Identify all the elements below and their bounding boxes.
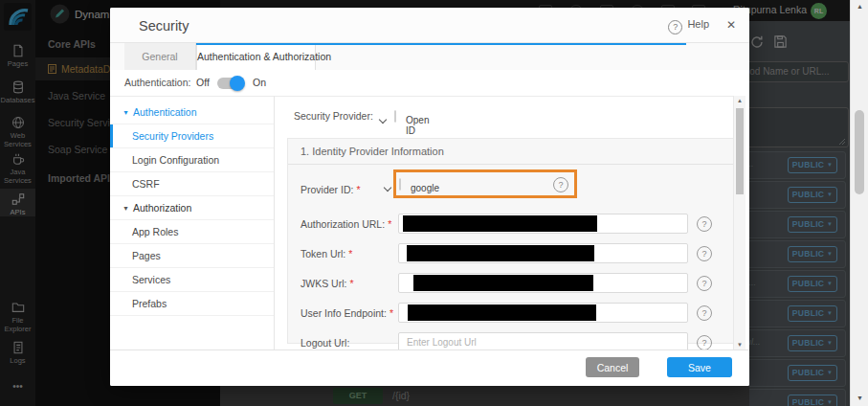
help-icon[interactable]: ? bbox=[697, 276, 712, 291]
dialog-side-nav: ▼Authentication Security Providers Login… bbox=[110, 96, 275, 350]
dialog-header: Security ?Help ✕ bbox=[110, 8, 749, 43]
help-icon[interactable]: ? bbox=[697, 305, 712, 321]
scroll-up-icon[interactable]: ▲ bbox=[734, 98, 746, 103]
jwks-url-row: JWKS Url:* ? bbox=[288, 273, 733, 303]
toggle-on-label: On bbox=[253, 77, 266, 88]
authorization-url-row: Authorization URL:* ? bbox=[288, 214, 733, 243]
help-icon: ? bbox=[668, 20, 682, 34]
jwks-url-input[interactable] bbox=[398, 273, 688, 293]
authentication-label: Authentication: bbox=[124, 77, 190, 88]
authentication-toggle[interactable] bbox=[217, 78, 243, 89]
nav-item-pages[interactable]: Pages bbox=[110, 244, 274, 268]
redacted-value bbox=[403, 215, 597, 232]
dialog-scrollbar[interactable]: ▲ ▼ bbox=[733, 96, 746, 350]
page-scrollbar[interactable]: ▲ ▼ bbox=[850, 0, 868, 406]
field-label: Provider ID:* bbox=[300, 184, 361, 195]
redacted-value bbox=[413, 275, 593, 291]
security-provider-select[interactable]: Open ID bbox=[394, 110, 396, 123]
nav-item-prefabs[interactable]: Prefabs bbox=[110, 292, 274, 316]
nav-item-csrf[interactable]: CSRF bbox=[110, 172, 274, 196]
scroll-up-icon[interactable]: ▲ bbox=[851, 3, 868, 10]
nav-group-authorization[interactable]: ▼Authorization bbox=[110, 196, 274, 220]
close-icon[interactable]: ✕ bbox=[726, 18, 736, 32]
field-label: Authorization URL:* bbox=[300, 218, 391, 230]
user-info-endpoint-input[interactable] bbox=[398, 303, 688, 323]
user-info-endpoint-row: User Info Endpoint:* ? bbox=[288, 303, 733, 332]
scrollbar-thumb[interactable] bbox=[736, 108, 744, 194]
scroll-down-icon[interactable]: ▼ bbox=[851, 395, 868, 401]
nav-item-security-providers[interactable]: Security Providers bbox=[110, 124, 274, 148]
highlight-box: google ? bbox=[393, 169, 577, 198]
help-button[interactable]: ?Help bbox=[668, 18, 709, 34]
nav-group-authentication[interactable]: ▼Authentication bbox=[110, 101, 274, 124]
tab-authentication-authorization[interactable]: Authentication & Authorization bbox=[196, 45, 316, 70]
triangle-down-icon: ▼ bbox=[122, 109, 129, 116]
help-icon[interactable]: ? bbox=[697, 246, 712, 261]
required-asterisk: * bbox=[356, 184, 360, 195]
security-dialog: Security ?Help ✕ General Authentication … bbox=[110, 8, 749, 386]
tab-general[interactable]: General bbox=[124, 43, 196, 70]
dialog-tabbar: General Authentication & Authorization bbox=[110, 43, 749, 70]
help-icon[interactable]: ? bbox=[697, 216, 712, 232]
nav-item-services[interactable]: Services bbox=[110, 268, 274, 292]
identity-provider-section: 1. Identity Provider Information Provide… bbox=[287, 138, 733, 344]
dialog-footer: Cancel Save bbox=[110, 350, 749, 386]
nav-item-login-configuration[interactable]: Login Configuration bbox=[110, 148, 274, 172]
input-placeholder: Enter Logout Url bbox=[407, 337, 477, 348]
redacted-value bbox=[408, 304, 596, 321]
dialog-title: Security bbox=[139, 18, 189, 34]
security-provider-label: Security Provider: bbox=[294, 110, 373, 122]
field-label: Token Url:* bbox=[300, 248, 352, 259]
field-label: JWKS Url:* bbox=[300, 278, 354, 289]
logout-url-input[interactable]: Enter Logout Url bbox=[398, 332, 688, 350]
save-button[interactable]: Save bbox=[667, 357, 732, 377]
help-icon[interactable]: ? bbox=[697, 335, 712, 350]
field-label: User Info Endpoint:* bbox=[300, 307, 393, 319]
field-label: Logout Url: bbox=[300, 337, 349, 349]
nav-item-app-roles[interactable]: App Roles bbox=[110, 220, 274, 244]
cancel-button[interactable]: Cancel bbox=[586, 357, 639, 377]
redacted-value bbox=[407, 245, 594, 261]
triangle-down-icon: ▼ bbox=[122, 205, 129, 212]
screen: Pages Databases Web Services Java Servic… bbox=[0, 0, 868, 406]
toggle-knob bbox=[230, 76, 245, 91]
authorization-url-input[interactable] bbox=[398, 214, 688, 234]
security-provider-row: Security Provider: Open ID bbox=[275, 106, 733, 129]
provider-form: Security Provider: Open ID 1. Identity P… bbox=[275, 96, 733, 350]
scrollbar-thumb[interactable] bbox=[855, 110, 864, 194]
chevron-down-icon bbox=[384, 184, 391, 192]
authentication-toggle-row: Authentication: Off On bbox=[110, 70, 749, 96]
provider-id-select[interactable]: google bbox=[399, 178, 401, 191]
chevron-down-icon bbox=[379, 116, 387, 124]
provider-id-row: Provider ID:* google ? bbox=[288, 174, 733, 210]
token-url-input[interactable] bbox=[398, 243, 688, 263]
logout-url-row: Logout Url: Enter Logout Url ? bbox=[288, 332, 733, 350]
help-icon[interactable]: ? bbox=[553, 177, 568, 192]
token-url-row: Token Url:* ? bbox=[288, 243, 733, 273]
section-title: 1. Identity Provider Information bbox=[288, 139, 733, 165]
toggle-off-label: Off bbox=[196, 77, 210, 88]
scroll-down-icon[interactable]: ▼ bbox=[734, 342, 746, 348]
